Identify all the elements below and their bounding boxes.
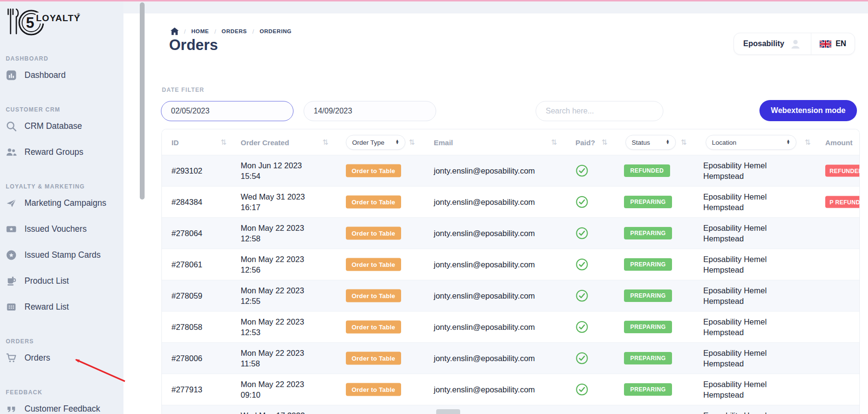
- sidebar-item-label: Customer Feedback: [24, 404, 100, 414]
- sidebar-item-label: Issued Vouchers: [24, 224, 86, 234]
- order-time: 11:58: [241, 358, 304, 369]
- order-date: Mon May 22 2023: [241, 316, 304, 327]
- sidebar-item-label: Dashboard: [24, 70, 66, 80]
- date-to-input[interactable]: [304, 101, 436, 121]
- sidebar-section-orders: ORDERS: [6, 338, 123, 345]
- grid-icon: [6, 301, 17, 313]
- date-from-input[interactable]: [161, 101, 293, 121]
- sort-paid-icon[interactable]: ⇅: [601, 138, 608, 147]
- sort-id-icon[interactable]: ⇅: [220, 138, 227, 147]
- amount-refund-badge: P REFUNDED: [825, 196, 860, 208]
- sort-location-icon[interactable]: ⇅: [805, 138, 811, 147]
- sidebar-item-label: Reward Groups: [24, 147, 84, 157]
- page-title: Orders: [169, 37, 218, 54]
- table-row[interactable]: #278006 Mon May 22 2023 11:58 Order to T…: [162, 343, 859, 374]
- order-type-badge: Order to Table: [346, 352, 401, 365]
- sidebar-scrollbar-thumb[interactable]: [140, 2, 145, 200]
- table-row[interactable]: #278058 Mon May 22 2023 12:53 Order to T…: [162, 312, 859, 343]
- order-location: Eposability Hemel Hempstead: [703, 254, 790, 275]
- sidebar-item-crm-database[interactable]: CRM Database: [6, 113, 123, 139]
- order-id: #284384: [171, 198, 202, 207]
- order-type-badge: Order to Table: [346, 258, 401, 271]
- breadcrumb-home[interactable]: HOME: [191, 28, 209, 34]
- col-amount: Amount: [825, 138, 853, 146]
- sidebar-item-label: Issued Stamp Cards: [24, 250, 101, 260]
- sidebar-item-reward-list[interactable]: Reward List: [6, 294, 123, 320]
- order-location: Eposability Hemel Hempstead: [703, 316, 790, 338]
- sidebar-item-customer-feedback[interactable]: Customer Feedback: [6, 396, 123, 414]
- status-badge: REFUNDED: [624, 164, 670, 177]
- order-created-cell: Mon May 22 2023 12:56: [241, 254, 304, 275]
- status-badge: PREPARING: [624, 227, 672, 239]
- table-row[interactable]: #293102 Mon Jun 12 2023 15:54 Order to T…: [162, 155, 859, 187]
- order-type-filter-select[interactable]: Order Type ▲▼: [346, 135, 405, 150]
- table-row[interactable]: #278061 Mon May 22 2023 12:56 Order to T…: [162, 249, 859, 280]
- table-row[interactable]: #278064 Mon May 22 2023 12:58 Order to T…: [162, 218, 859, 249]
- status-badge: PREPARING: [624, 289, 672, 302]
- sidebar-item-marketing-campaigns[interactable]: Marketing Campaigns: [6, 190, 123, 216]
- table-row[interactable]: #278059 Mon May 22 2023 12:55 Order to T…: [162, 280, 859, 312]
- table-row[interactable]: Wed May 17 2023 Eposability Hemel Hempst…: [162, 405, 859, 414]
- order-email: jonty.enslin@eposability.com: [434, 291, 535, 301]
- status-badge: PREPARING: [624, 383, 672, 396]
- location-filter-label: Location: [712, 138, 736, 146]
- sort-status-icon[interactable]: ⇅: [681, 138, 687, 147]
- sidebar-item-reward-groups[interactable]: Reward Groups: [6, 139, 123, 165]
- select-arrows-icon: ▲▼: [666, 140, 670, 145]
- order-created-cell: Mon May 22 2023 12:55: [241, 285, 304, 306]
- col-email: Email: [434, 138, 453, 146]
- sidebar-item-issued-stamp-cards[interactable]: Issued Stamp Cards: [6, 242, 123, 268]
- cart-icon: [6, 352, 17, 364]
- breadcrumb-ordering[interactable]: ORDERING: [259, 28, 292, 34]
- home-icon[interactable]: [171, 27, 179, 35]
- avatar-icon: [789, 38, 802, 50]
- sidebar-item-product-list[interactable]: Product List: [6, 268, 123, 294]
- language-selector[interactable]: EN: [811, 33, 855, 54]
- orders-table-header: ID ⇅ Order Created ⇅ Order Type ▲▼ ⇅ Ema…: [162, 129, 859, 155]
- sidebar-item-label: Orders: [24, 353, 50, 363]
- sidebar-item-label: CRM Database: [24, 121, 82, 131]
- brand-logo[interactable]: 5 LOYALTY ®: [6, 6, 83, 37]
- user-language-pill: Eposability EN: [734, 33, 855, 55]
- breadcrumb-separator: /: [214, 28, 216, 35]
- order-date: Mon May 22 2023: [241, 223, 304, 233]
- logo-word: LOYALTY: [36, 13, 81, 23]
- order-time: 12:58: [241, 233, 304, 244]
- status-filter-select[interactable]: Status ▲▼: [625, 135, 676, 150]
- order-location: Eposability Hemel Hempstead: [703, 285, 790, 306]
- amount-refund-badge: REFUNDED: [825, 165, 860, 177]
- order-id: #277913: [171, 385, 202, 394]
- order-date: Mon May 22 2023: [241, 379, 304, 389]
- sort-order-type-icon[interactable]: ⇅: [409, 138, 415, 147]
- status-badge: PREPARING: [624, 321, 672, 333]
- search-input[interactable]: [536, 101, 663, 121]
- paid-check-icon: [575, 258, 588, 271]
- webextension-mode-button[interactable]: Webextension mode: [759, 100, 857, 121]
- order-email: jonty.enslin@eposability.com: [434, 260, 535, 269]
- order-location: Eposability Hemel Hempstead: [703, 191, 790, 213]
- sidebar-item-dashboard[interactable]: Dashboard: [6, 62, 123, 88]
- sort-email-icon[interactable]: ⇅: [551, 138, 557, 147]
- order-id: #278064: [171, 229, 202, 238]
- order-type-badge: Order to Table: [346, 321, 401, 334]
- order-id: #278006: [171, 354, 202, 363]
- breadcrumb-orders[interactable]: ORDERS: [221, 28, 247, 34]
- sidebar-item-orders[interactable]: Orders: [6, 345, 123, 371]
- table-row[interactable]: #277913 Mon May 22 2023 09:10 Order to T…: [162, 374, 859, 405]
- order-date: Mon May 22 2023: [241, 285, 304, 296]
- order-id: #293102: [171, 166, 202, 176]
- col-id: ID: [171, 138, 179, 146]
- send-icon: [6, 198, 17, 209]
- sidebar-item-issued-vouchers[interactable]: Issued Vouchers: [6, 216, 123, 242]
- sidebar-section-customer-crm: CUSTOMER CRM: [6, 106, 123, 113]
- order-created-cell: Wed May 17 2023: [241, 410, 305, 414]
- table-row[interactable]: #284384 Wed May 31 2023 16:17 Order to T…: [162, 187, 859, 218]
- cup-icon: [6, 276, 17, 287]
- sort-order-created-icon[interactable]: ⇅: [322, 138, 329, 147]
- user-menu[interactable]: Eposability: [734, 33, 811, 54]
- order-email: jonty.enslin@eposability.com: [434, 385, 535, 394]
- location-filter-select[interactable]: Location ▲▼: [706, 135, 796, 150]
- top-accent-line: [0, 0, 868, 1]
- order-id: #278058: [171, 323, 202, 332]
- order-created-cell: Mon May 22 2023 11:58: [241, 348, 304, 369]
